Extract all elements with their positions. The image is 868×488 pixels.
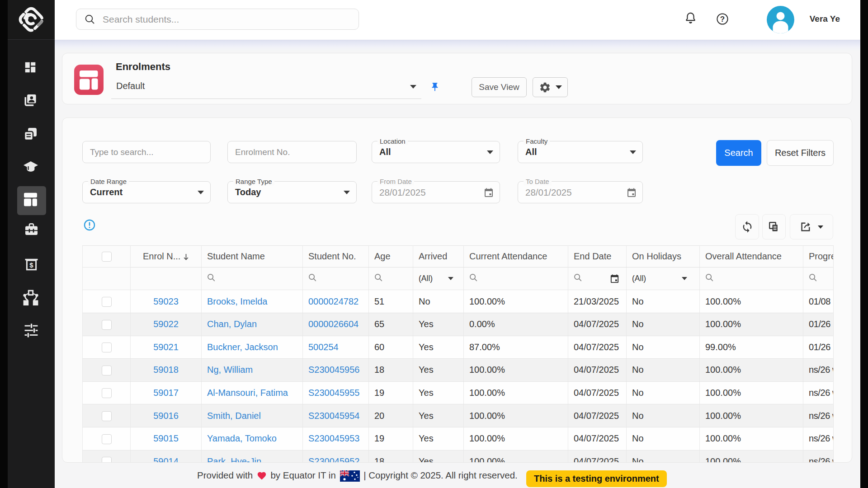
- svg-text:?: ?: [720, 15, 725, 23]
- svg-text:$: $: [29, 261, 33, 269]
